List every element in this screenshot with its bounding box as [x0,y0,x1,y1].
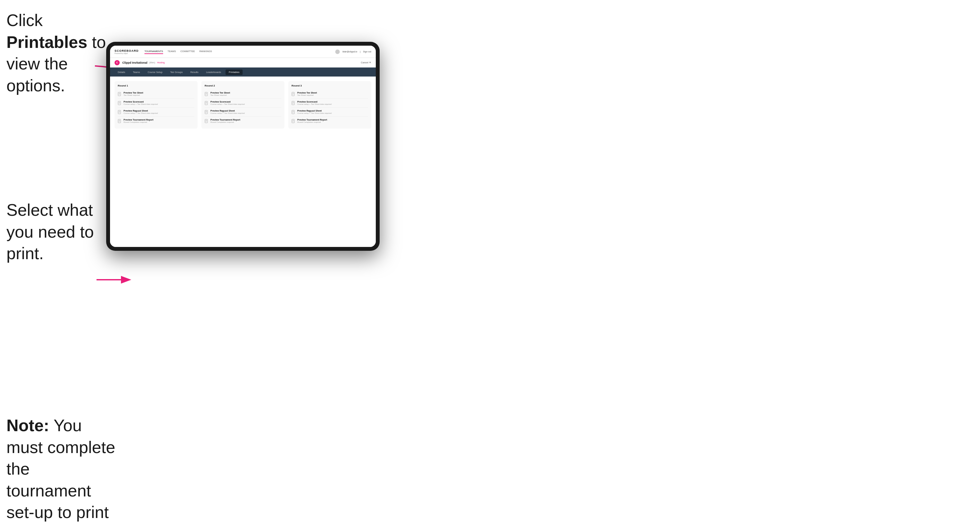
document-icon [118,119,122,124]
svg-rect-46 [292,119,294,123]
print-item-text: Preview Raguzzi SheetCourse setup + Tee … [124,110,194,114]
print-item-title: Preview Raguzzi Sheet [124,110,194,112]
print-item-text: Preview ScorecardCourse setup + Tee Shee… [297,101,368,105]
print-item-subtitle: Course setup + Tee Sheet data required [210,112,281,114]
print-item-title: Preview Raguzzi Sheet [210,110,281,112]
print-item-r3-0[interactable]: Preview Tee SheetTee Sheet required [291,90,368,99]
sign-out-separator: | [360,51,360,53]
tab-printables[interactable]: Printables [226,70,243,75]
nav-item-committee[interactable]: COMMITTEE [180,49,195,54]
nav-items: TOURNAMENTS TEAMS COMMITTEE RANKINGS [145,49,335,54]
sign-out-link[interactable]: Sign out [363,51,371,53]
logo-sub: Powered by clippd [115,52,138,54]
print-item-r1-0[interactable]: Preview Tee SheetTee Sheet required [118,90,194,99]
round-2-title: Round 2 [205,84,281,87]
nav-item-teams[interactable]: TEAMS [168,49,176,54]
document-icon [118,92,122,97]
instruction-top-text: Click Printables toview the options. [6,11,106,95]
instruction-middle: Select what you need to print. [6,199,110,265]
print-item-r1-1[interactable]: Preview ScorecardCourse setup + Tee Shee… [118,99,194,108]
document-icon [291,119,295,124]
tab-bar: Details Teams Course Setup Tee Groups Re… [110,68,376,76]
print-item-r2-0[interactable]: Preview Tee SheetTee Sheet required [205,90,281,99]
tab-tee-groups[interactable]: Tee Groups [167,70,186,75]
tab-details[interactable]: Details [115,70,128,75]
tournament-badge: (Men) [149,62,155,63]
round-3-section: Round 3 Preview Tee SheetTee Sheet requi… [288,81,371,129]
print-item-subtitle: Round Completion required [124,121,194,123]
svg-rect-10 [118,110,121,114]
instruction-bottom-text: Note: You must complete the tournament s… [6,416,115,527]
print-item-subtitle: Course setup + Tee Sheet data required [297,112,368,114]
print-item-subtitle: Tee Sheet required [210,94,281,96]
print-item-subtitle: Round Completion required [210,121,281,123]
print-item-title: Preview Tournament Report [210,119,281,121]
print-item-r3-2[interactable]: Preview Raguzzi SheetCourse setup + Tee … [291,108,368,117]
round-1-title: Round 1 [118,84,194,87]
print-item-title: Preview Scorecard [297,101,368,103]
round-3-title: Round 3 [291,84,368,87]
print-item-r2-2[interactable]: Preview Raguzzi SheetCourse setup + Tee … [205,108,281,117]
round-2-section: Round 2 Preview Tee SheetTee Sheet requi… [201,81,285,129]
print-item-text: Preview Tournament ReportRound Completio… [210,119,281,123]
document-icon [118,110,122,114]
tab-course-setup[interactable]: Course Setup [145,70,166,75]
print-item-title: Preview Raguzzi Sheet [297,110,368,112]
nav-item-tournaments[interactable]: TOURNAMENTS [145,49,163,54]
tablet-device: SCOREBOARD Powered by clippd TOURNAMENTS… [106,42,380,251]
print-item-title: Preview Tournament Report [297,119,368,121]
svg-rect-34 [292,92,294,96]
svg-rect-22 [205,101,207,105]
print-item-subtitle: Round Completion required [297,121,368,123]
print-item-text: Preview Tournament ReportRound Completio… [297,119,368,123]
tab-leaderboards[interactable]: Leaderboards [203,70,224,75]
print-item-text: Preview Raguzzi SheetCourse setup + Tee … [297,110,368,114]
print-item-r3-3[interactable]: Preview Tournament ReportRound Completio… [291,117,368,125]
instruction-bottom: Note: You must complete the tournament s… [6,415,116,527]
arrow-to-list-item [93,270,135,289]
svg-rect-14 [118,119,121,123]
tournament-logo-icon: C [115,60,120,65]
user-avatar [335,49,340,54]
print-item-r1-2[interactable]: Preview Raguzzi SheetCourse setup + Tee … [118,108,194,117]
document-icon [291,110,295,114]
document-icon [291,101,295,105]
document-icon [205,110,208,114]
print-item-text: Preview Tournament ReportRound Completio… [124,119,194,123]
svg-rect-38 [292,101,294,105]
svg-rect-42 [292,110,294,114]
print-item-r2-3[interactable]: Preview Tournament ReportRound Completio… [205,117,281,125]
nav-right: blair@clippd.io | Sign out [335,49,371,54]
document-icon [205,92,208,97]
user-email: blair@clippd.io [342,51,357,53]
tab-teams[interactable]: Teams [130,70,143,75]
print-item-text: Preview Raguzzi SheetCourse setup + Tee … [210,110,281,114]
nav-item-rankings[interactable]: RANKINGS [199,49,212,54]
print-item-subtitle: Course setup + Tee Sheet data required [210,103,281,105]
tournament-header: C Clippd Invitational (Men) Hosting Canc… [110,58,376,68]
print-item-subtitle: Tee Sheet required [297,94,368,96]
print-item-text: Preview ScorecardCourse setup + Tee Shee… [124,101,194,105]
document-icon [118,101,122,105]
print-item-subtitle: Course setup + Tee Sheet data required [124,103,194,105]
svg-rect-26 [205,110,207,114]
print-item-subtitle: Course setup + Tee Sheet data required [297,103,368,105]
print-item-subtitle: Tee Sheet required [124,94,194,96]
print-item-r1-3[interactable]: Preview Tournament ReportRound Completio… [118,117,194,125]
instruction-middle-text: Select what you need to print. [6,201,94,263]
print-item-r2-1[interactable]: Preview ScorecardCourse setup + Tee Shee… [205,99,281,108]
document-icon [205,119,208,124]
print-item-r3-1[interactable]: Preview ScorecardCourse setup + Tee Shee… [291,99,368,108]
print-item-title: Preview Tournament Report [124,119,194,121]
svg-rect-30 [205,119,207,123]
print-item-title: Preview Tee Sheet [210,92,281,94]
document-icon [291,92,295,97]
cancel-button[interactable]: Cancel ✕ [361,61,371,64]
svg-rect-18 [205,92,207,96]
main-content: Round 1 Preview Tee SheetTee Sheet requi… [110,76,376,247]
svg-rect-6 [118,101,121,105]
tab-results[interactable]: Results [187,70,202,75]
tablet-screen: SCOREBOARD Powered by clippd TOURNAMENTS… [110,46,376,247]
print-item-title: Preview Tee Sheet [124,92,194,94]
print-item-subtitle: Course setup + Tee Sheet data required [124,112,194,114]
